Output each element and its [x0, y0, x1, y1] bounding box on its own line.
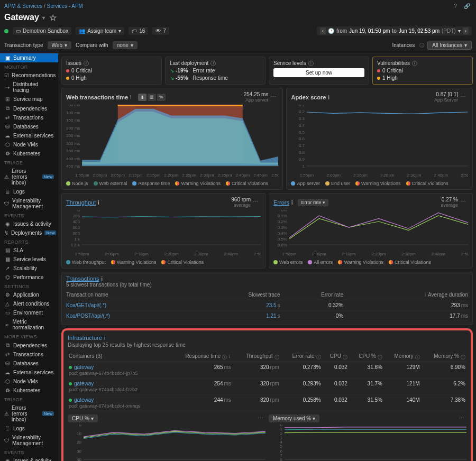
svg-text:2:20pm: 2:20pm	[380, 173, 395, 178]
sidebar-item-environment[interactable]: ▭Environment	[0, 308, 58, 317]
critical-dot	[66, 69, 69, 72]
transactions-title[interactable]: Transactions	[66, 275, 99, 282]
svg-text:10: 10	[77, 431, 81, 436]
more-menu-icon[interactable]: ⋯	[255, 415, 266, 422]
sidebar-item-service-levels[interactable]: ▦Service levels	[0, 255, 58, 264]
info-icon[interactable]: i	[328, 94, 329, 100]
info-icon[interactable]: i	[98, 199, 99, 206]
help-icon[interactable]: ?	[451, 1, 460, 11]
transactions-panel: Transactionsi 5 slowest transactions (by…	[61, 272, 473, 325]
sidebar-item-dependencies[interactable]: ⧉Dependencies	[0, 104, 58, 113]
sidebar-item-databases[interactable]: ⛁Databases	[0, 122, 58, 131]
svg-text:5: 5	[280, 444, 283, 449]
sidebar-item-sla[interactable]: ▤SLA	[0, 246, 58, 255]
more-menu-icon[interactable]: ⋯	[251, 199, 261, 206]
setup-now-button[interactable]: Set up now	[273, 68, 364, 77]
more-menu-icon[interactable]: ⋯	[458, 94, 468, 100]
chart-view-area-icon[interactable]: ▮	[138, 94, 147, 101]
svg-text:2:10pm: 2:10pm	[134, 252, 149, 256]
time-next-icon[interactable]: ›	[463, 27, 469, 34]
sidebar-item-logs-2[interactable]: ≣Logs	[0, 424, 58, 433]
svg-text:0.2%: 0.2%	[278, 219, 287, 224]
info-icon[interactable]: i	[419, 43, 424, 48]
star-icon[interactable]: ☆	[48, 13, 58, 22]
more-menu-icon[interactable]: ⋯	[456, 415, 466, 422]
sidebar-item-alert-conditions[interactable]: △Alert conditions	[0, 299, 58, 308]
info-icon[interactable]: i	[210, 61, 216, 66]
sidebar-item-vuln-mgmt[interactable]: 🛡Vulnerability Management	[0, 196, 58, 211]
table-row[interactable]: Koa/GET//api/(.*) 23.5s 0.32% 293ms	[66, 300, 468, 311]
account-tag[interactable]: ▭ Demotron Sandbox	[13, 27, 71, 35]
svg-text:1: 1	[280, 427, 283, 431]
sidebar-item-external-services[interactable]: ☁External services	[0, 131, 58, 140]
sidebar-item-vuln-mgmt-2[interactable]: 🛡Vulnerability Management	[0, 433, 58, 448]
sidebar-item-service-map[interactable]: ⊞Service map	[0, 95, 58, 104]
link-icon[interactable]: 🔗	[462, 1, 472, 11]
table-row[interactable]: gatewaypod: gateway-674b4bcdc4-xnmqs 244…	[68, 394, 466, 411]
info-icon[interactable]: i	[102, 275, 103, 282]
more-menu-icon[interactable]: ⋯	[458, 199, 468, 206]
svg-text:2:30pm: 2:30pm	[200, 173, 214, 178]
instances-select[interactable]: All Instances ▾	[427, 41, 472, 50]
svg-text:2:50pm: 2:50pm	[254, 252, 261, 256]
svg-text:0.5%: 0.5%	[278, 237, 287, 242]
sidebar-item-logs[interactable]: ≣Logs	[0, 187, 58, 196]
assign-team-button[interactable]: 👥 Assign team ▾	[76, 27, 124, 35]
svg-text:350 ms: 350 ms	[66, 149, 80, 153]
sidebar-item-dependencies-2[interactable]: ⧉Dependencies	[0, 340, 58, 350]
svg-text:2:10pm: 2:10pm	[342, 252, 356, 256]
sidebar-item-node-vms-2[interactable]: ⬡Node VMs	[0, 377, 58, 386]
sidebar-item-kubernetes-2[interactable]: ☸Kubernetes	[0, 386, 58, 395]
table-row[interactable]: gatewaypod: gateway-674b4bcdc4-fzzb2 254…	[68, 378, 466, 394]
chart-view-bar-icon[interactable]: ▥	[148, 94, 156, 101]
info-icon[interactable]: i	[412, 61, 417, 66]
infrastructure-title[interactable]: Infrastructure	[68, 335, 102, 341]
tag-count[interactable]: 🏷 16	[129, 27, 148, 35]
sidebar-item-node-vms[interactable]: ⬡Node VMs	[0, 140, 58, 149]
info-icon[interactable]: i	[104, 335, 105, 341]
svg-text:200 ms: 200 ms	[66, 126, 80, 131]
chevron-down-icon[interactable]: ▾	[42, 15, 45, 21]
sidebar-item-issues-activity-2[interactable]: ◉Issues & activity	[0, 456, 58, 461]
info-icon[interactable]: i	[308, 61, 314, 66]
sidebar-item-issues-activity[interactable]: ◉Issues & activity	[0, 219, 58, 228]
info-icon[interactable]: i	[84, 61, 89, 66]
sidebar-item-recommendations[interactable]: ☑Recommendations	[0, 71, 58, 80]
breadcrumb: APM & Services / Services - APM ? 🔗	[0, 0, 476, 12]
sidebar-item-metric-normalization[interactable]: ≈Metric normalization	[0, 317, 58, 332]
table-row[interactable]: Koa/POST//api/(.*) 1.21s 0% 17.7ms	[66, 311, 468, 321]
breadcrumb-path[interactable]: Services - APM	[47, 3, 83, 9]
chart-view-percent-icon[interactable]: %	[157, 94, 166, 101]
more-menu-icon[interactable]: ⋯	[268, 94, 278, 100]
time-prev-icon[interactable]: ‹	[320, 27, 326, 34]
cpu-metric-select[interactable]: CPU % ▾	[68, 414, 98, 422]
time-picker[interactable]: ‹ 🕑 from Jun 19, 01:50 pm to Jun 19, 02:…	[317, 26, 472, 35]
error-rate-select[interactable]: Error rate ▾	[298, 199, 328, 206]
sidebar-item-scalability[interactable]: ↗Scalability	[0, 264, 58, 273]
sidebar-item-summary[interactable]: ▣Summary	[0, 53, 58, 62]
view-count[interactable]: 👁 7	[152, 27, 169, 35]
sidebar-item-external-services-2[interactable]: ☁External services	[0, 368, 58, 377]
memory-metric-select[interactable]: Memory used % ▾	[269, 414, 319, 422]
sidebar-item-databases-2[interactable]: ⛁Databases	[0, 359, 58, 368]
sidebar-item-performance[interactable]: ⌬Performance	[0, 273, 58, 282]
svg-text:2:20pm: 2:20pm	[372, 252, 386, 256]
breadcrumb-root[interactable]: APM & Services	[4, 3, 42, 9]
sidebar-item-distributed-tracing[interactable]: ⇢Distributed tracing	[0, 80, 58, 95]
info-icon[interactable]: i	[130, 94, 131, 100]
compare-with-select[interactable]: none ▾	[113, 41, 138, 49]
svg-text:2:50pm: 2:50pm	[271, 173, 279, 178]
sidebar-item-deployments[interactable]: ↯DeploymentsNew	[0, 228, 58, 237]
info-icon[interactable]: i	[291, 199, 292, 206]
sidebar-item-errors-inbox-2[interactable]: ⚠Errors (errors inbox)New	[0, 403, 58, 424]
sidebar-item-application[interactable]: ⚙Application	[0, 290, 58, 299]
svg-text:250 ms: 250 ms	[66, 133, 80, 138]
sidebar-item-transactions[interactable]: ⇄Transactions	[0, 113, 58, 122]
sidebar-item-errors-inbox[interactable]: ⚠Errors (errors inbox)New	[0, 167, 58, 187]
transaction-type-select[interactable]: Web ▾	[48, 41, 71, 49]
sidebar-item-transactions-2[interactable]: ⇄Transactions	[0, 350, 58, 359]
svg-text:0.1%: 0.1%	[278, 214, 287, 218]
sidebar-item-kubernetes[interactable]: ☸Kubernetes	[0, 149, 58, 158]
chevron-down-icon[interactable]: ▾	[458, 28, 461, 34]
table-row[interactable]: gatewaypod: gateway-674b4bcdc4-jp7b5 265…	[68, 362, 466, 378]
